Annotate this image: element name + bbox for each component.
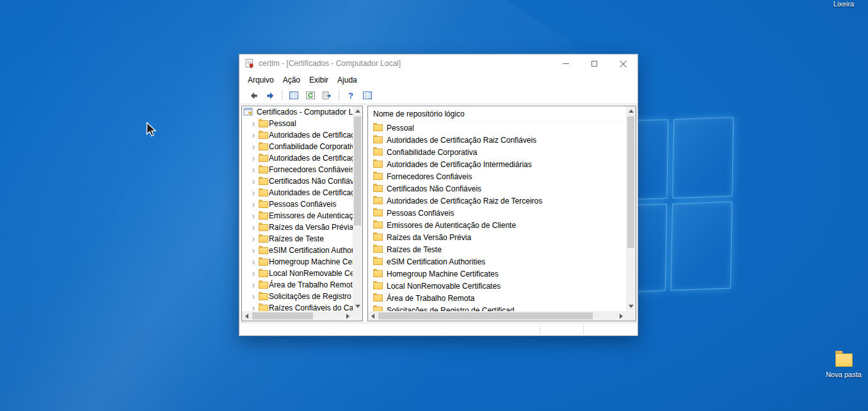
column-header[interactable]: Nome de repositório lógico <box>368 106 626 122</box>
scroll-up-arrow[interactable] <box>626 106 636 116</box>
list-item-label: eSIM Certification Authorities <box>387 257 485 266</box>
list-item[interactable]: Pessoal <box>368 122 626 134</box>
tree-item[interactable]: › Local NonRemovable Cert <box>242 268 353 279</box>
menu-item[interactable]: Ação <box>278 74 305 86</box>
tree-item[interactable]: › Pessoal <box>242 118 353 129</box>
action-pane-icon <box>362 90 373 101</box>
list-item[interactable]: Confiabilidade Corporativa <box>368 146 626 158</box>
maximize-icon <box>591 61 597 67</box>
chevron-right-icon[interactable]: › <box>250 257 257 266</box>
tree-item[interactable]: › Autoridades de Certificaçã <box>242 129 353 141</box>
scroll-left-arrow[interactable] <box>242 311 252 321</box>
list-item[interactable]: Local NonRemovable Certificates <box>368 280 626 292</box>
tree-item[interactable]: › Raízes da Versão Prévia <box>242 222 353 233</box>
tree-item[interactable]: › Confiabilidade Corporativ <box>242 141 353 152</box>
chevron-right-icon[interactable]: › <box>250 188 257 197</box>
list-item[interactable]: Fornecedores Confiáveis <box>368 170 626 182</box>
forward-button[interactable] <box>262 88 278 102</box>
scroll-thumb[interactable] <box>354 117 361 225</box>
folder-icon <box>373 258 383 265</box>
tree-vertical-scrollbar[interactable] <box>353 106 362 311</box>
list-item[interactable]: Autoridades de Certificação Intermediári… <box>368 158 626 170</box>
chevron-right-icon[interactable]: › <box>250 303 257 311</box>
scroll-down-arrow[interactable] <box>353 302 362 311</box>
chevron-right-icon[interactable]: › <box>250 223 257 232</box>
console-tree-button[interactable] <box>286 88 301 102</box>
tree-item[interactable]: › Área de Trabalho Remota <box>242 279 353 291</box>
tree-item-label: Autoridades de Certificaçã <box>269 131 353 140</box>
titlebar[interactable]: certlm - [Certificados - Computador Loca… <box>239 54 638 72</box>
tree-item[interactable]: › Fornecedores Confiáveis <box>242 164 353 175</box>
scroll-thumb[interactable] <box>252 312 313 319</box>
help-button[interactable]: ? <box>343 88 358 102</box>
list-item-label: Homegroup Machine Certificates <box>387 270 499 278</box>
recycle-bin-shortcut[interactable]: Lixeira <box>823 0 864 8</box>
chevron-right-icon[interactable]: › <box>250 246 257 255</box>
scroll-left-arrow[interactable] <box>368 311 378 321</box>
chevron-right-icon[interactable]: › <box>250 211 257 220</box>
tree-item[interactable]: › Emissores de Autenticaçã <box>242 210 353 222</box>
scroll-thumb[interactable] <box>627 117 634 248</box>
menu-item[interactable]: Exibir <box>305 74 333 86</box>
scroll-right-arrow[interactable] <box>616 311 626 321</box>
chevron-right-icon[interactable]: › <box>250 280 257 289</box>
folder-icon <box>259 236 268 243</box>
chevron-right-icon[interactable]: › <box>250 142 257 151</box>
tree-item[interactable]: › Certificados Não Confiáve <box>242 175 353 187</box>
export-list-button[interactable] <box>319 88 335 102</box>
maximize-button[interactable] <box>580 54 609 72</box>
new-folder-shortcut[interactable]: Nova pasta <box>814 353 868 378</box>
chevron-right-icon[interactable]: › <box>250 234 257 243</box>
certlm-window: certlm - [Certificados - Computador Loca… <box>239 54 638 336</box>
folder-icon <box>373 161 383 168</box>
close-button[interactable] <box>609 54 638 72</box>
tree-root-item[interactable]: Certificados - Computador Lo <box>242 106 353 118</box>
back-icon <box>249 91 259 101</box>
list-item-label: Confiabilidade Corporativa <box>387 148 477 157</box>
chevron-right-icon[interactable]: › <box>250 165 257 174</box>
tree-horizontal-scrollbar[interactable] <box>242 311 353 321</box>
scroll-thumb[interactable] <box>378 312 593 319</box>
list-horizontal-scrollbar[interactable] <box>368 311 626 321</box>
chevron-right-icon[interactable]: › <box>250 177 257 186</box>
folder-icon <box>259 178 268 185</box>
list-item[interactable]: Área de Trabalho Remota <box>368 292 626 304</box>
folder-icon <box>259 166 268 173</box>
chevron-right-icon[interactable]: › <box>250 292 257 301</box>
list-item[interactable]: Solicitações de Registro de Certificad <box>368 304 626 311</box>
list-vertical-scrollbar[interactable] <box>626 106 636 311</box>
list-item[interactable]: Autoridades de Certificação Raiz de Terc… <box>368 195 626 207</box>
tree-item[interactable]: › Autoridades de Certificaçã <box>242 187 353 198</box>
tree-item[interactable]: › Pessoas Confiáveis <box>242 198 353 210</box>
tree-item[interactable]: › Homegroup Machine Cer <box>242 256 353 268</box>
tree-item[interactable]: › Raízes de Teste <box>242 233 353 245</box>
chevron-right-icon[interactable]: › <box>250 269 257 278</box>
tree-item[interactable]: › eSIM Certification Authori <box>242 245 353 256</box>
refresh-button[interactable] <box>303 88 318 102</box>
list-item[interactable]: Autoridades de Certificação Raiz Confiáv… <box>368 134 626 146</box>
list-item[interactable]: Raízes de Teste <box>368 243 626 255</box>
tree-item[interactable]: › Solicitações de Registro d <box>242 291 353 302</box>
list-item-label: Pessoal <box>387 124 414 133</box>
scroll-up-arrow[interactable] <box>353 106 362 116</box>
tree-item-label: eSIM Certification Authori <box>269 246 353 255</box>
chevron-right-icon[interactable]: › <box>250 131 257 140</box>
list-item[interactable]: Raízes da Versão Prévia <box>368 231 626 243</box>
menu-item[interactable]: Ajuda <box>333 74 362 86</box>
list-item[interactable]: Emissores de Autenticação de Cliente <box>368 219 626 231</box>
tree-item[interactable]: › Autoridades de Certificaçã <box>242 152 353 164</box>
menu-item[interactable]: Arquivo <box>243 74 278 86</box>
chevron-right-icon[interactable]: › <box>250 119 257 128</box>
scroll-right-arrow[interactable] <box>343 311 353 321</box>
scroll-down-arrow[interactable] <box>626 302 636 311</box>
list-item[interactable]: Pessoas Confiáveis <box>368 207 626 219</box>
chevron-right-icon[interactable]: › <box>250 200 257 209</box>
minimize-button[interactable] <box>551 54 580 72</box>
tree-item[interactable]: › Raízes Confiáveis do Cartã <box>242 302 353 311</box>
list-item[interactable]: Certificados Não Confiáveis <box>368 182 626 195</box>
list-item[interactable]: eSIM Certification Authorities <box>368 255 626 268</box>
chevron-right-icon[interactable]: › <box>250 154 257 163</box>
back-button[interactable] <box>246 88 261 102</box>
action-pane-button[interactable] <box>360 88 375 102</box>
list-item[interactable]: Homegroup Machine Certificates <box>368 268 626 280</box>
